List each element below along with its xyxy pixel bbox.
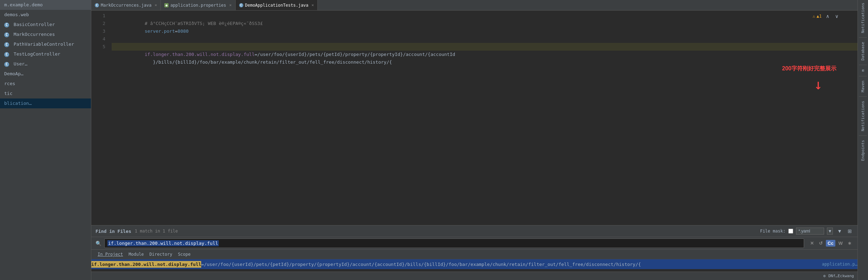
top-right-controls: ⚠ ▲1 ∧ ∨ bbox=[813, 13, 840, 20]
sidebar-divider-2 bbox=[859, 65, 867, 65]
tab-java-icon: C bbox=[95, 3, 99, 7]
find-panel: Find in Files 1 match in 1 file File mas… bbox=[91, 225, 857, 259]
result-filename: application.p… bbox=[822, 262, 857, 267]
sidebar-item-user[interactable]: C User… bbox=[0, 59, 91, 69]
c-class-icon: C bbox=[4, 42, 9, 47]
c-class-icon: C bbox=[4, 52, 9, 57]
line-num-4: 4 bbox=[91, 35, 105, 43]
left-sidebar: m.example.demo demos.web C BasicControll… bbox=[0, 0, 91, 280]
settings-icon[interactable]: ⚙ bbox=[823, 274, 826, 278]
editor-area: C MarkOccurrences.java ✕ ● application.p… bbox=[91, 0, 857, 280]
sidebar-item-demos-web[interactable]: demos.web bbox=[0, 10, 91, 20]
status-bar: ⚙ DNf…Eckwang bbox=[91, 272, 857, 280]
find-match-info: 1 match in 1 file bbox=[135, 229, 178, 234]
sidebar-divider-5 bbox=[859, 135, 867, 136]
code-line-1: # â°CCHçCCH¨æSTRIðVTS; WEB è®¿éEPA®ç«¯ðS… bbox=[112, 12, 857, 20]
sidebar-divider-1 bbox=[859, 37, 867, 38]
search-query-highlight: if.longer.than.200.will.not.display.full bbox=[107, 240, 219, 246]
c-class-icon: C bbox=[4, 62, 9, 67]
regex-btn[interactable]: ∗ bbox=[846, 240, 853, 247]
tab-close-btn[interactable]: ✕ bbox=[155, 3, 157, 7]
search-controls: ✕ ↺ Cc W ∗ bbox=[808, 240, 853, 247]
result-match-text: if.longer.than.200.will.not.display.full bbox=[91, 261, 201, 268]
warning-icon: ⚠ bbox=[813, 14, 815, 19]
line-num-5: 5 bbox=[91, 43, 105, 51]
file-mask-label: File mask: bbox=[760, 229, 785, 234]
sidebar-item-tic[interactable]: tic bbox=[0, 89, 91, 98]
revert-btn[interactable]: ↺ bbox=[817, 240, 824, 247]
status-text: DNf…Eckwang bbox=[828, 274, 854, 278]
tab-close-btn[interactable]: ✕ bbox=[311, 3, 314, 7]
search-icon: 🔍 bbox=[96, 241, 101, 246]
tab-application-properties[interactable]: ● application.properties ✕ bbox=[161, 0, 236, 10]
sidebar-item-blication[interactable]: blication… bbox=[0, 98, 91, 108]
scope-tab-directory[interactable]: Directory bbox=[147, 251, 175, 257]
sidebar-item-test-log[interactable]: C TestLogController bbox=[0, 49, 91, 59]
warning-nav-down-btn[interactable]: ∨ bbox=[834, 13, 840, 20]
scope-tab-module[interactable]: Module bbox=[126, 251, 146, 257]
find-panel-controls: File mask: ▼ ▼ ⊞ bbox=[760, 228, 853, 235]
file-mask-dropdown-btn[interactable]: ▼ bbox=[827, 228, 833, 235]
sidebar-divider-4 bbox=[859, 96, 867, 97]
tab-mark-occurrences[interactable]: C MarkOccurrences.java ✕ bbox=[91, 0, 161, 10]
scope-tab-in-project[interactable]: In Project bbox=[96, 251, 125, 257]
right-sidebar: Notifications Database m Maven Notificat… bbox=[857, 0, 868, 280]
line-numbers: 1 2 3 4 5 bbox=[91, 11, 109, 225]
c-class-icon: C bbox=[4, 32, 9, 37]
sidebar-item-basic-controller[interactable]: C BasicController bbox=[0, 20, 91, 30]
line-num-3: 3 bbox=[91, 27, 105, 35]
tab-label: DemoApplicationTests.java bbox=[245, 3, 309, 8]
line-num-2: 2 bbox=[91, 20, 105, 27]
main-container: m.example.demo demos.web C BasicControll… bbox=[0, 0, 868, 280]
sidebar-endpoints[interactable]: Endpoints bbox=[860, 137, 866, 164]
code-area: 1 2 3 4 5 # â°CCHçCCH¨æSTRIðVTS; WEB è®¿… bbox=[91, 11, 857, 225]
annotation-text: 200字符刚好完整展示 bbox=[782, 65, 836, 72]
warning-count: ▲1 bbox=[817, 14, 822, 19]
sidebar-item-path-variable[interactable]: C PathVariableController bbox=[0, 39, 91, 49]
scope-tab-scope[interactable]: Scope bbox=[176, 251, 193, 257]
whole-word-btn[interactable]: W bbox=[837, 240, 844, 247]
find-panel-title: Find in Files bbox=[96, 229, 131, 234]
tab-props-icon: ● bbox=[164, 3, 169, 7]
find-panel-search: 🔍 if.longer.than.200.will.not.display.fu… bbox=[91, 237, 857, 250]
tabs-bar: C MarkOccurrences.java ✕ ● application.p… bbox=[91, 0, 857, 11]
editor-content: 1 2 3 4 5 # â°CCHçCCH¨æSTRIðVTS; WEB è®¿… bbox=[91, 11, 857, 280]
pin-btn[interactable]: ⊞ bbox=[846, 228, 853, 235]
code-line-3 bbox=[112, 27, 857, 35]
line-num-6 bbox=[91, 51, 105, 58]
file-mask-checkbox[interactable] bbox=[788, 229, 793, 234]
warning-nav-up-btn[interactable]: ∧ bbox=[824, 13, 831, 20]
tab-label: application.properties bbox=[170, 3, 226, 8]
sidebar-m[interactable]: m bbox=[860, 66, 866, 75]
code-lines: # â°CCHçCCH¨æSTRIðVTS; WEB è®¿éEPA®ç«¯ðS… bbox=[109, 11, 857, 225]
sidebar-item-example-demo[interactable]: m.example.demo bbox=[0, 0, 91, 10]
sidebar-notifications-bottom[interactable]: Notifications bbox=[860, 98, 866, 134]
file-mask-input[interactable] bbox=[796, 228, 824, 235]
tab-close-btn[interactable]: ✕ bbox=[229, 3, 232, 7]
sidebar-item-mark-occurrences[interactable]: C MarkOccurrences bbox=[0, 30, 91, 39]
sidebar-notifications-top[interactable]: Notifications bbox=[860, 0, 866, 36]
warning-indicator[interactable]: ⚠ ▲1 bbox=[813, 14, 822, 19]
find-panel-header: Find in Files 1 match in 1 file File mas… bbox=[91, 225, 857, 237]
c-class-icon: C bbox=[4, 23, 9, 27]
filter-btn[interactable]: ▼ bbox=[836, 228, 843, 235]
line-num-1: 1 bbox=[91, 12, 105, 20]
clear-search-btn[interactable]: ✕ bbox=[808, 240, 816, 247]
sidebar-divider-3 bbox=[859, 76, 867, 76]
red-arrow-icon: ↓ bbox=[814, 77, 822, 91]
tab-label: MarkOccurrences.java bbox=[101, 3, 152, 8]
code-line-5: if.longer.than.200.will.not.display.full… bbox=[112, 43, 857, 51]
sidebar-maven[interactable]: Maven bbox=[860, 78, 866, 95]
sidebar-item-rces[interactable]: rces bbox=[0, 79, 91, 89]
result-path-text: =/user/foo/{userId}/pets/{petId}/propert… bbox=[201, 262, 819, 267]
case-sensitive-btn[interactable]: Cc bbox=[826, 240, 835, 247]
search-input-display[interactable]: if.longer.than.200.will.not.display.full bbox=[104, 238, 804, 248]
result-row[interactable]: if.longer.than.200.will.not.display.full… bbox=[91, 259, 857, 269]
sidebar-database[interactable]: Database bbox=[860, 39, 866, 63]
code-line-4 bbox=[112, 35, 857, 43]
find-panel-scope-tabs: In Project Module Directory Scope bbox=[91, 250, 857, 259]
tab-java-icon: C bbox=[239, 3, 243, 7]
tab-demo-application-tests[interactable]: C DemoApplicationTests.java ✕ bbox=[236, 0, 318, 10]
sidebar-item-demoapplication[interactable]: DemoAp… bbox=[0, 69, 91, 79]
